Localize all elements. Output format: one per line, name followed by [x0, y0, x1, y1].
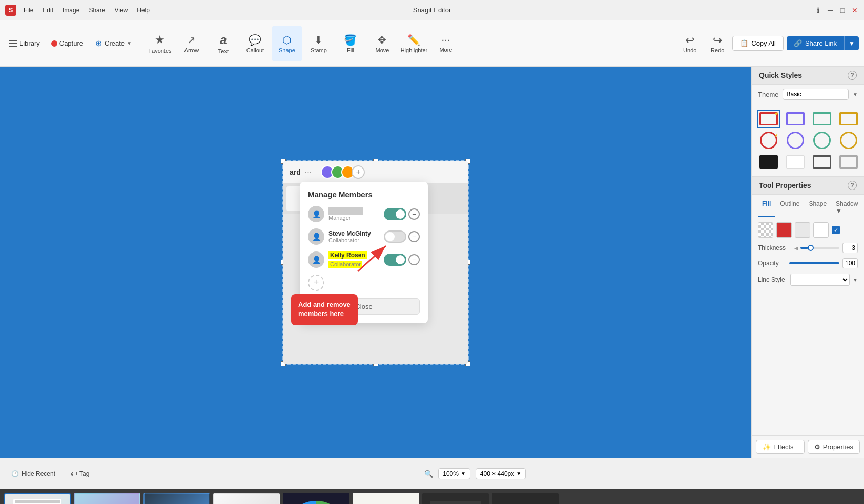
tool-highlighter[interactable]: ✏️ Highlighter [399, 26, 429, 61]
tab-shape[interactable]: Shape [805, 199, 831, 217]
tag-button[interactable]: 🏷 Tag [67, 468, 93, 479]
minimize-button[interactable]: ─ [826, 6, 834, 14]
undo-label: Undo [683, 47, 696, 53]
create-button[interactable]: ⊕ Create ▼ [90, 37, 136, 50]
share-link-dropdown[interactable]: ▼ [844, 36, 859, 50]
style-black-fill[interactable] [757, 153, 780, 171]
tool-shape[interactable]: ⬡ Shape [272, 26, 302, 61]
help-button[interactable]: ? [848, 71, 857, 80]
app-title: Snagit Editor [413, 6, 451, 14]
menu-share[interactable]: Share [85, 6, 109, 15]
library-button[interactable]: Library [5, 37, 44, 49]
remove-member-3[interactable]: − [408, 254, 420, 265]
hide-recent-button[interactable]: 🕐 Hide Recent [7, 468, 59, 479]
copy-all-label: Copy All [751, 39, 776, 47]
style-white-fill[interactable] [784, 153, 807, 171]
size-button[interactable]: 400 × 440px ▼ [476, 468, 526, 479]
move-icon: ✥ [378, 34, 386, 46]
menu-file[interactable]: File [19, 6, 37, 15]
tab-shadow[interactable]: Shadow ▼ [832, 199, 862, 217]
arrow-icon: ↗ [187, 34, 196, 46]
tool-move-label: Move [375, 47, 389, 53]
thickness-input[interactable] [842, 243, 858, 253]
quick-styles-header: Quick Styles ? [752, 67, 864, 85]
style-solid-red[interactable]: ★ [757, 110, 780, 128]
favorites-icon: ★ [155, 33, 165, 47]
thumbnail-5[interactable] [283, 493, 349, 504]
zoom-dropdown: ▼ [461, 471, 466, 476]
close-button[interactable]: ✕ [851, 6, 859, 14]
toggle-thumb-2 [385, 232, 395, 241]
thumbnail-2[interactable] [74, 493, 140, 504]
thumbnail-3[interactable] [143, 493, 210, 504]
capture-button[interactable]: Capture [47, 37, 87, 49]
thumbnail-7[interactable] [422, 493, 489, 504]
remove-member-1[interactable]: − [408, 208, 420, 220]
style-circle-teal[interactable] [810, 131, 834, 150]
style-gray-border[interactable] [810, 153, 834, 171]
tool-more[interactable]: ··· More [430, 26, 461, 61]
tool-arrow[interactable]: ↗ Arrow [176, 26, 207, 61]
tool-move[interactable]: ✥ Move [367, 26, 398, 61]
zoom-button[interactable]: 100% ▼ [438, 468, 470, 479]
tab-outline[interactable]: Outline [776, 199, 804, 217]
tool-props-help[interactable]: ? [848, 181, 857, 190]
opacity-input[interactable] [842, 258, 858, 268]
maximize-button[interactable]: □ [838, 6, 847, 14]
style-solid-teal[interactable] [810, 110, 834, 128]
opacity-slider[interactable] [789, 262, 839, 264]
style-solid-gold[interactable] [837, 110, 860, 128]
menu-image[interactable]: Image [58, 6, 84, 15]
add-member-avatar[interactable]: + [308, 275, 324, 291]
thumbnail-6[interactable] [353, 493, 419, 504]
screenshot-inner: ard ··· + Doing [283, 161, 468, 364]
member-name-2: Steve McGinty [328, 230, 371, 237]
menu-help[interactable]: Help [133, 6, 154, 15]
remove-member-2[interactable]: − [408, 231, 420, 242]
linestyle-row: Line Style ────────── - - - - - - · · · … [758, 274, 858, 286]
callout-icon: 💬 [249, 34, 261, 46]
thumbnail-8[interactable] [492, 493, 559, 504]
thickness-slider[interactable] [800, 247, 839, 249]
menu-view[interactable]: View [110, 6, 132, 15]
shadow-checkbox[interactable] [832, 226, 840, 234]
add-avatar-header[interactable]: + [352, 165, 365, 179]
dialog-title: Manage Members [308, 190, 420, 199]
style-solid-purple[interactable] [784, 110, 807, 128]
tool-callout[interactable]: 💬 Callout [240, 26, 271, 61]
canvas[interactable]: ard ··· + Doing [0, 67, 751, 458]
linestyle-select[interactable]: ────────── - - - - - - · · · · · · [790, 274, 850, 286]
fill-color-box[interactable] [758, 222, 773, 238]
tool-text[interactable]: a Text [208, 26, 239, 61]
effects-icon: ✨ [763, 443, 771, 451]
thickness-label: Thickness [758, 244, 791, 251]
style-circle-purple[interactable] [784, 131, 807, 150]
style-light-gray[interactable] [837, 153, 860, 171]
shape-color-box[interactable] [795, 222, 810, 238]
thumbnail-4[interactable] [213, 493, 280, 504]
tool-fill[interactable]: 🪣 Fill [335, 26, 366, 61]
toggle-1[interactable] [384, 208, 406, 220]
outline-color-box[interactable] [776, 222, 792, 238]
menu-edit[interactable]: Edit [38, 6, 57, 15]
effects-button[interactable]: ✨ Effects [756, 440, 805, 454]
properties-button[interactable]: ⚙ Properties [808, 440, 860, 454]
redo-button[interactable]: ↪ Redo [705, 26, 730, 61]
style-circle-gold[interactable] [837, 131, 860, 150]
tab-fill[interactable]: Fill [758, 199, 775, 217]
screenshot-container[interactable]: ard ··· + Doing [282, 160, 469, 365]
theme-select[interactable]: Basic Modern [783, 89, 849, 100]
bottom-left: 🕐 Hide Recent 🏷 Tag [7, 468, 93, 479]
tool-favorites[interactable]: ★ Favorites [145, 26, 175, 61]
info-icon[interactable]: ℹ [814, 6, 822, 14]
style-circle-red[interactable]: ★ [757, 131, 780, 150]
tool-stamp[interactable]: ⬇ Stamp [303, 26, 334, 61]
copy-all-button[interactable]: 📋 Copy All [732, 36, 784, 51]
member-name-1: ████████ [328, 207, 363, 215]
board-dots-menu[interactable]: ··· [305, 167, 312, 177]
tool-text-label: Text [218, 48, 229, 54]
share-link-button[interactable]: 🔗 Share Link [787, 36, 844, 50]
undo-button[interactable]: ↩ Undo [677, 26, 703, 61]
thumbnail-1[interactable] [4, 493, 71, 504]
shadow-color-box[interactable] [813, 222, 829, 238]
